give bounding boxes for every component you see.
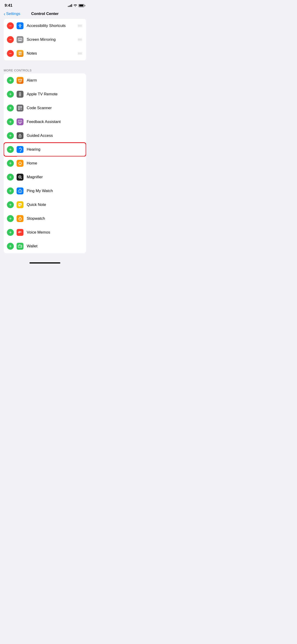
back-button[interactable]: ‹ Settings — [4, 12, 20, 16]
list-item: + Code Scanner — [4, 101, 86, 115]
remove-button[interactable]: − — [7, 22, 14, 29]
drag-handle[interactable] — [77, 24, 83, 28]
item-label: Notes — [27, 51, 77, 56]
svg-rect-21 — [20, 189, 20, 190]
item-label: Voice Memos — [27, 230, 83, 235]
wifi-icon — [74, 4, 77, 7]
more-controls-list: + Alarm + Apple TV Remote — [4, 74, 86, 253]
list-item: + Guided Access — [4, 129, 86, 142]
hearing-icon — [16, 146, 24, 153]
list-item: + Stopwatch — [4, 212, 86, 226]
list-item: + Home — [4, 156, 86, 170]
guided-access-icon — [16, 132, 24, 139]
home-icon — [16, 160, 24, 167]
list-item: + Quick Note — [4, 198, 86, 212]
svg-rect-12 — [19, 109, 19, 110]
svg-rect-11 — [19, 107, 19, 107]
add-magnifier-button[interactable]: + — [7, 174, 14, 180]
item-label: Guided Access — [27, 133, 83, 138]
add-home-button[interactable]: + — [7, 160, 14, 167]
more-controls-section: MORE CONTROLS + Alarm + — [0, 67, 90, 253]
stopwatch-icon — [16, 215, 24, 222]
home-bar — [30, 262, 60, 264]
included-section: − Accessibility Shortcuts − — [0, 19, 90, 60]
battery-icon — [78, 4, 85, 7]
add-alarm-button[interactable]: + — [7, 77, 14, 84]
item-label: Hearing — [27, 147, 83, 152]
add-codescanner-button[interactable]: + — [7, 104, 14, 112]
apple-tv-remote-icon — [16, 91, 24, 98]
item-label: Apple TV Remote — [27, 92, 83, 96]
list-item: + Voice Memos — [4, 226, 86, 239]
accessibility-icon — [16, 22, 24, 29]
navigation-bar: ‹ Settings Control Center — [0, 10, 90, 19]
feedback-assistant-icon — [16, 118, 24, 125]
signal-icon — [68, 4, 72, 7]
page-title: Control Center — [31, 12, 59, 16]
list-item: + Wallet — [4, 239, 86, 253]
item-label: Wallet — [27, 244, 83, 248]
list-item: + Apple TV Remote — [4, 87, 86, 101]
status-icons — [68, 4, 85, 7]
item-label: Code Scanner — [27, 106, 83, 110]
screen-mirroring-icon — [16, 36, 24, 43]
code-scanner-icon — [16, 104, 24, 112]
home-indicator — [0, 260, 90, 265]
alarm-icon — [16, 77, 24, 84]
svg-rect-22 — [20, 192, 20, 193]
item-label: Alarm — [27, 78, 83, 83]
list-item: + Alarm — [4, 74, 86, 87]
item-label: Feedback Assistant — [27, 120, 83, 124]
drag-handle[interactable] — [77, 51, 83, 56]
svg-rect-20 — [19, 189, 21, 192]
notes-icon — [16, 50, 24, 57]
svg-point-7 — [20, 93, 20, 94]
item-label: Accessibility Shortcuts — [27, 24, 77, 28]
item-label: Screen Mirroring — [27, 37, 77, 42]
list-item: + Feedback Assistant — [4, 115, 86, 129]
quick-note-icon — [16, 201, 24, 208]
list-item: − Notes — [4, 46, 86, 60]
list-item: + Magnifier — [4, 170, 86, 184]
item-label: Ping My Watch — [27, 189, 83, 193]
svg-point-0 — [20, 24, 20, 25]
item-label: Home — [27, 161, 83, 166]
add-appletv-button[interactable]: + — [7, 91, 14, 98]
svg-point-15 — [20, 122, 20, 123]
remove-button[interactable]: − — [7, 50, 14, 57]
wallet-icon — [16, 243, 24, 250]
item-label: Stopwatch — [27, 216, 83, 221]
add-quicknote-button[interactable]: + — [7, 201, 14, 208]
voice-memos-icon — [16, 229, 24, 236]
item-label: Magnifier — [27, 175, 83, 180]
add-wallet-button[interactable]: + — [7, 243, 14, 250]
add-pingwatch-button[interactable]: + — [7, 188, 14, 194]
section-label: MORE CONTROLS — [0, 67, 90, 74]
svg-point-18 — [20, 151, 20, 151]
add-feedback-button[interactable]: + — [7, 118, 14, 125]
list-item: + Ping My Watch — [4, 184, 86, 198]
add-stopwatch-button[interactable]: + — [7, 215, 14, 222]
list-item: − Screen Mirroring — [4, 33, 86, 46]
svg-rect-13 — [21, 107, 22, 107]
add-voicememos-button[interactable]: + — [7, 229, 14, 236]
hearing-list-item[interactable]: + Hearing — [4, 142, 86, 156]
add-hearing-button[interactable]: + — [7, 146, 14, 153]
status-time: 9:41 — [4, 3, 12, 8]
item-label: Quick Note — [27, 202, 83, 207]
status-bar: 9:41 — [0, 0, 90, 10]
svg-point-26 — [20, 219, 20, 219]
svg-point-24 — [20, 206, 22, 206]
chevron-left-icon: ‹ — [4, 12, 5, 16]
list-item: − Accessibility Shortcuts — [4, 19, 86, 33]
remove-button[interactable]: − — [7, 36, 14, 43]
magnifier-icon — [16, 174, 24, 180]
add-guidedaccess-button[interactable]: + — [7, 132, 14, 139]
drag-handle[interactable] — [77, 38, 83, 42]
ping-my-watch-icon — [16, 188, 24, 194]
back-label: Settings — [6, 12, 20, 16]
included-list: − Accessibility Shortcuts − — [4, 19, 86, 60]
